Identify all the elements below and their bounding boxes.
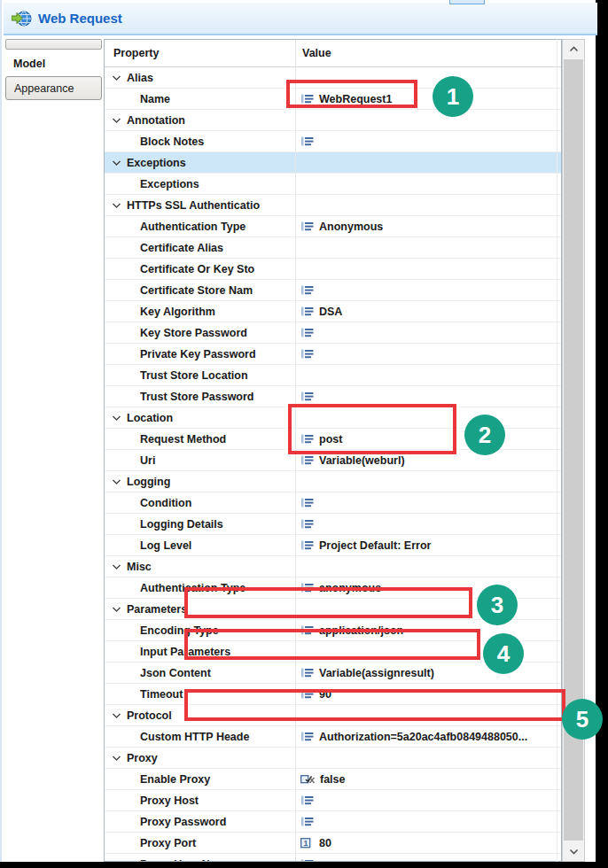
chevron-down-icon[interactable]	[112, 159, 121, 167]
property-cell: Proxy User Name	[105, 854, 295, 862]
value-cell[interactable]: Project Default: Error	[295, 535, 561, 555]
annotation-box-custom-http-header	[184, 689, 565, 721]
chevron-down-icon[interactable]	[112, 606, 121, 613]
chevron-down-icon[interactable]	[112, 415, 121, 422]
property-row-enable-proxy[interactable]: Enable Proxyfalse	[105, 769, 561, 790]
text-value-icon	[300, 327, 315, 338]
property-cell: Name	[105, 89, 295, 109]
property-row-proxy-password[interactable]: Proxy Password	[105, 811, 561, 833]
chevron-down-icon[interactable]	[112, 117, 121, 124]
value-cell[interactable]	[295, 811, 561, 832]
scroll-down-button[interactable]	[563, 842, 584, 861]
tab-appearance[interactable]: Appearance	[5, 76, 102, 100]
value-cell[interactable]	[295, 322, 561, 343]
chevron-down-icon[interactable]	[112, 563, 121, 570]
property-row-proxy-user-name[interactable]: Proxy User Name	[105, 854, 561, 862]
property-row-key-store-password[interactable]: Key Store Password	[105, 322, 561, 344]
value-text: Variable(assignresult)	[319, 667, 434, 679]
chevron-down-icon[interactable]	[112, 478, 121, 485]
property-row-key-algorithm[interactable]: Key AlgorithmDSA	[105, 301, 561, 322]
value-cell[interactable]	[295, 344, 561, 364]
value-text: DSA	[319, 306, 342, 318]
text-value-icon	[300, 284, 315, 296]
property-row-private-key-password[interactable]: Private Key Password	[105, 344, 561, 365]
chevron-down-icon[interactable]	[112, 202, 121, 209]
property-cell: Key Algorithm	[105, 301, 295, 322]
chevron-down-icon[interactable]	[112, 74, 121, 81]
text-value-icon	[300, 794, 315, 806]
group-row-logging[interactable]: Logging	[105, 471, 561, 492]
chevron-down-icon	[112, 755, 121, 762]
annotation-badge-2: 2	[464, 415, 505, 455]
value-cell[interactable]: Variable(assignresult)	[295, 663, 561, 683]
property-label: Authentication Type	[140, 221, 246, 233]
property-row-exceptions[interactable]: Exceptions	[105, 174, 561, 195]
chevron-down-icon	[112, 563, 121, 570]
value-cell[interactable]: Authorization=5a20ac4afb0849488050...	[295, 726, 561, 747]
value-cell[interactable]	[295, 280, 561, 300]
value-cell[interactable]: DSA	[295, 301, 561, 322]
value-cell[interactable]	[295, 131, 561, 151]
property-cell: Proxy Host	[105, 790, 295, 810]
property-label: Proxy Password	[140, 816, 226, 828]
value-text: Authorization=5a20ac4afb0849488050...	[319, 731, 527, 743]
value-cell	[295, 556, 561, 577]
property-row-authentication-type[interactable]: Authentication TypeAnonymous	[105, 216, 561, 237]
property-row-certificate-alias[interactable]: Certificate Alias	[105, 237, 561, 259]
property-row-certificate-or-key-sto[interactable]: Certificate Or Key Sto	[105, 259, 561, 280]
value-cell[interactable]	[295, 174, 561, 194]
text-value-icon	[300, 858, 315, 862]
value-cell[interactable]	[295, 492, 561, 513]
group-row-misc[interactable]: Misc	[105, 556, 561, 577]
column-header-property[interactable]: Property	[105, 47, 295, 59]
annotation-box-json-content	[184, 629, 480, 660]
value-cell[interactable]: Anonymous	[295, 216, 561, 236]
text-value-icon	[300, 667, 315, 678]
property-row-block-notes[interactable]: Block Notes	[105, 131, 561, 152]
property-cell: Uri	[105, 450, 295, 470]
value-cell[interactable]	[295, 514, 561, 534]
value-cell	[295, 195, 561, 215]
property-cell: Location	[105, 407, 295, 428]
group-row-annotation[interactable]: Annotation	[105, 110, 561, 131]
value-cell[interactable]: 180	[295, 833, 561, 853]
property-row-trust-store-location[interactable]: Trust Store Location	[105, 365, 561, 386]
group-row-exceptions[interactable]: Exceptions	[105, 152, 561, 174]
bool-value-icon	[300, 773, 316, 785]
property-row-proxy-host[interactable]: Proxy Host	[105, 790, 561, 811]
table-header: Property Value	[105, 40, 561, 67]
value-cell[interactable]	[295, 259, 561, 279]
scroll-up-button[interactable]	[563, 40, 584, 58]
chevron-down-icon	[112, 478, 121, 485]
tab-model[interactable]: Model	[5, 51, 102, 75]
value-cell[interactable]	[295, 854, 561, 862]
value-cell[interactable]: false	[295, 769, 561, 789]
property-row-condition[interactable]: Condition	[105, 492, 561, 514]
value-cell[interactable]	[295, 365, 561, 385]
property-label: Trust Store Location	[140, 369, 248, 382]
column-header-value[interactable]: Value	[295, 40, 561, 66]
annotation-box-encoding-type	[184, 587, 472, 618]
clipped-tab-fragment[interactable]	[5, 39, 102, 50]
group-label: Logging	[127, 476, 170, 488]
property-row-logging-details[interactable]: Logging Details	[105, 514, 561, 535]
group-label: Annotation	[127, 114, 185, 127]
value-cell[interactable]	[295, 237, 561, 258]
property-row-proxy-port[interactable]: Proxy Port180	[105, 833, 561, 854]
property-cell: Logging Details	[105, 514, 295, 534]
text-value-icon	[300, 497, 315, 508]
value-cell	[295, 152, 561, 173]
value-cell[interactable]	[295, 790, 561, 810]
property-row-certificate-store-nam[interactable]: Certificate Store Nam	[105, 280, 561, 301]
property-row-log-level[interactable]: Log LevelProject Default: Error	[105, 535, 561, 556]
chevron-down-icon[interactable]	[112, 712, 121, 719]
text-value-icon	[300, 306, 315, 317]
group-row-proxy[interactable]: Proxy	[105, 748, 561, 769]
group-row-https-ssl-authenticatio[interactable]: HTTPs SSL Authenticatio	[105, 195, 561, 216]
value-cell	[295, 748, 561, 768]
text-value-icon	[300, 539, 315, 551]
property-row-custom-http-heade[interactable]: Custom HTTP HeadeAuthorization=5a20ac4af…	[105, 726, 561, 748]
value-text: Anonymous	[319, 221, 383, 233]
property-cell: Alias	[105, 67, 295, 88]
chevron-down-icon[interactable]	[112, 755, 121, 762]
